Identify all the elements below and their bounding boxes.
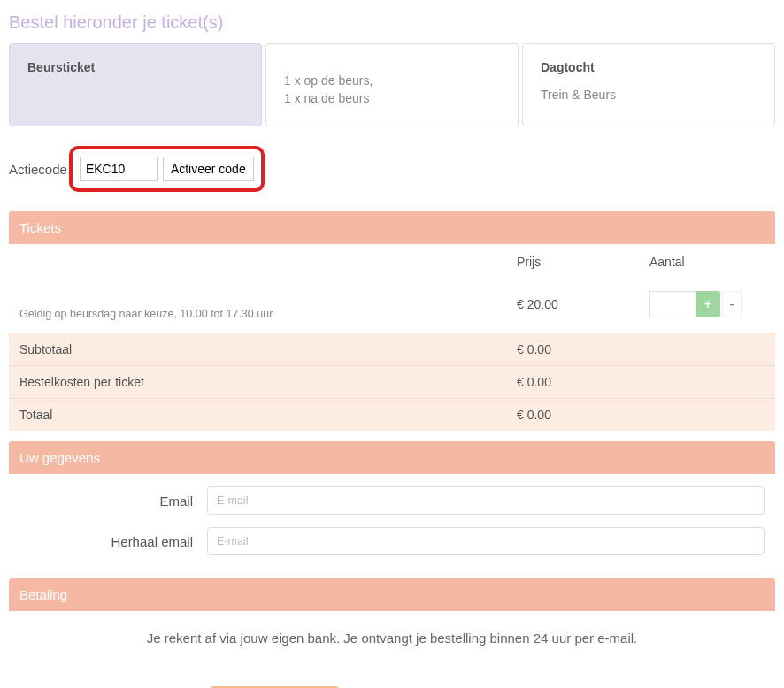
ticket-validity-note: Geldig op beursdag naar keuze, 10.00 tot…	[19, 288, 517, 320]
tab-beursticket[interactable]: Beursticket	[9, 43, 262, 126]
email-field[interactable]	[207, 486, 765, 515]
total-label: Totaal	[19, 408, 517, 422]
total-row: Totaal € 0.00	[9, 398, 775, 431]
quantity-plus-button[interactable]: +	[696, 291, 720, 317]
tickets-header-row: Prijs Aantal	[9, 244, 775, 279]
col-qty-header: Aantal	[649, 255, 765, 269]
details-panel-header: Uw gegevens	[9, 441, 775, 474]
quantity-stepper: + -	[649, 291, 765, 317]
page-title: Bestel hieronder je ticket(s)	[9, 12, 775, 33]
quantity-input[interactable]	[649, 291, 696, 317]
tab-title: Beursticket	[27, 60, 243, 74]
email-label: Email	[19, 493, 207, 508]
ticket-row: Geldig op beursdag naar keuze, 10.00 tot…	[9, 279, 775, 333]
tab-dagtocht[interactable]: Dagtocht Trein & Beurs	[522, 43, 775, 126]
quantity-minus-button[interactable]: -	[722, 291, 742, 317]
tickets-panel-header: Tickets	[9, 211, 775, 244]
col-price-header: Prijs	[517, 255, 649, 269]
fee-row: Bestelkosten per ticket € 0.00	[9, 365, 775, 398]
tab-subtitle-line2: 1 x na de beurs	[284, 90, 500, 108]
tickets-panel: Tickets Prijs Aantal Geldig op beursdag …	[9, 211, 775, 431]
fee-value: € 0.00	[517, 375, 649, 389]
ticket-tabs: Beursticket 1 x op de beurs, 1 x na de b…	[9, 43, 775, 126]
email-repeat-field[interactable]	[207, 527, 765, 555]
promo-label: Actiecode	[9, 162, 69, 177]
subtotal-value: € 0.00	[517, 342, 649, 356]
subtotal-row: Subtotaal € 0.00	[9, 333, 775, 365]
email-repeat-row: Herhaal email	[19, 527, 765, 555]
tab-title: Dagtocht	[541, 60, 757, 74]
activate-code-button[interactable]: Activeer code	[163, 157, 254, 181]
tab-subtitle-line1: Trein & Beurs	[541, 87, 757, 104]
details-panel: Uw gegevens Email Herhaal email	[9, 441, 775, 571]
fee-label: Bestelkosten per ticket	[19, 375, 517, 389]
email-row: Email	[19, 486, 765, 515]
payment-info-text: Je rekent af via jouw eigen bank. Je ont…	[9, 631, 775, 646]
payment-panel-header: Betaling	[9, 578, 775, 611]
subtotal-label: Subtotaal	[19, 342, 517, 356]
tab-combi[interactable]: 1 x op de beurs, 1 x na de beurs	[265, 43, 519, 126]
tab-subtitle-line1: 1 x op de beurs,	[284, 73, 500, 90]
total-value: € 0.00	[517, 408, 649, 422]
promo-code-input[interactable]	[80, 157, 158, 181]
email-repeat-label: Herhaal email	[19, 534, 207, 549]
promo-row: Actiecode Activeer code	[9, 146, 775, 192]
promo-highlight-box: Activeer code	[69, 146, 265, 192]
ticket-price: € 20.00	[517, 297, 649, 311]
payment-panel: Betaling Je rekent af via jouw eigen ban…	[9, 578, 775, 688]
